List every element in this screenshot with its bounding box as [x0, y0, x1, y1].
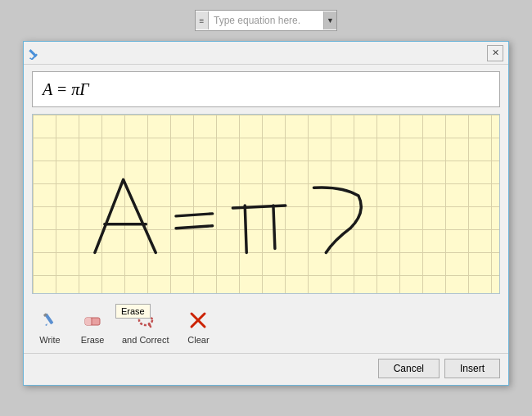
equation-bar-dropdown[interactable]: ▼	[323, 11, 336, 29]
equation-bar: ≡ Type equation here. ▼	[195, 10, 337, 31]
lasso-icon-bg	[133, 307, 159, 333]
toolbar: Write Erase Erase	[24, 301, 508, 353]
math-input-dialog: ✕ A = πΓ	[23, 41, 509, 386]
and-correct-label: and Correct	[122, 335, 169, 345]
eraser-icon	[83, 311, 102, 329]
equation-bar-placeholder: Type equation here.	[209, 15, 323, 26]
insert-button[interactable]: Insert	[444, 359, 500, 378]
svg-rect-7	[85, 318, 92, 325]
clear-tool-button[interactable]: Clear	[180, 305, 216, 346]
cancel-button[interactable]: Cancel	[378, 359, 440, 378]
svg-marker-4	[45, 323, 47, 326]
pencil-icon	[41, 311, 59, 329]
equation-bar-icon: ≡	[196, 11, 209, 29]
dialog-title-icon	[29, 47, 42, 60]
clear-x-icon	[189, 311, 207, 329]
drawing-canvas[interactable]	[32, 114, 500, 294]
handwriting-svg	[33, 115, 499, 293]
and-correct-tool-button[interactable]: and Correct	[117, 305, 174, 346]
result-text: A = πΓ	[43, 80, 89, 99]
eraser-icon-bg	[79, 307, 106, 333]
erase-label: Erase	[81, 335, 105, 345]
result-display: A = πΓ	[32, 71, 500, 107]
write-label: Write	[39, 335, 60, 345]
write-icon-bg	[37, 307, 63, 333]
lasso-icon	[136, 310, 156, 330]
write-tool-button[interactable]: Write	[32, 305, 68, 346]
dialog-footer: Cancel Insert	[24, 353, 508, 385]
svg-rect-2	[29, 49, 37, 57]
svg-marker-1	[29, 57, 32, 59]
close-button[interactable]: ✕	[487, 45, 503, 61]
dialog-titlebar: ✕	[24, 42, 508, 65]
clear-label: Clear	[187, 335, 209, 345]
clear-icon-bg	[185, 307, 211, 333]
svg-point-9	[139, 315, 152, 325]
erase-tool-button[interactable]: Erase Erase	[74, 305, 110, 346]
